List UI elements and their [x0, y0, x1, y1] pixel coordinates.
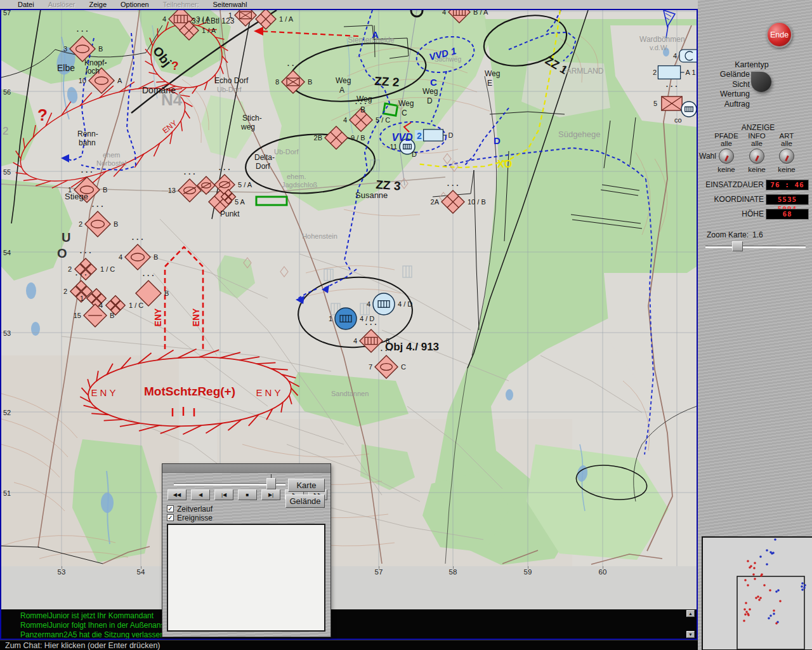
- menu-item-datei[interactable]: Datei: [11, 1, 41, 8]
- map-label: Obj 4./ 913: [385, 341, 439, 353]
- svg-text:B: B: [114, 220, 118, 228]
- info-keine-label: keine: [743, 166, 770, 173]
- svg-text:B: B: [308, 78, 312, 86]
- event-listbox[interactable]: [167, 524, 325, 632]
- rewind-fast-button[interactable]: ◀◀: [167, 489, 187, 500]
- menu-item-optionen[interactable]: Optionen: [114, 1, 156, 8]
- svg-text:5: 5: [653, 100, 657, 107]
- zeitverlauf-checkbox[interactable]: ✓: [167, 505, 174, 512]
- kartentyp-option-sicht[interactable]: Sicht: [698, 80, 750, 90]
- map-label: Weg: [357, 95, 372, 103]
- chat-scrollbar[interactable]: ▲ ▼: [686, 610, 695, 638]
- map-label: ENY: [256, 387, 284, 398]
- svg-text:· · ·: · · ·: [219, 165, 231, 174]
- step-back-button[interactable]: |◀: [214, 489, 233, 500]
- svg-text:9 / B: 9 / B: [351, 134, 365, 142]
- map-label: 52: [3, 409, 11, 416]
- gelaende-button[interactable]: Gelände: [285, 494, 325, 508]
- svg-text:4: 4: [119, 253, 122, 261]
- chat-prompt-bar[interactable]: Zum Chat: Hier klicken (oder Enter drück…: [0, 640, 698, 650]
- map-label: ?: [171, 59, 179, 72]
- map-label: Wardböhmen: [639, 35, 685, 44]
- svg-text:B / A: B / A: [473, 10, 488, 16]
- map-label: Knopf-: [84, 58, 107, 67]
- map-label: bahn: [79, 138, 96, 147]
- map-label: ehem.: [287, 173, 306, 180]
- map-label: 2: [3, 125, 8, 137]
- kartentyp-option-gelaende[interactable]: Gelände: [698, 70, 750, 80]
- svg-text:4: 4: [673, 52, 677, 60]
- menu-item-zeige[interactable]: Zeige: [82, 1, 114, 8]
- pfade-keine-label: keine: [710, 166, 742, 173]
- svg-text:2B: 2B: [314, 134, 322, 142]
- ereignisse-checkbox[interactable]: ✓: [167, 514, 174, 521]
- map-label: 53: [3, 329, 11, 337]
- svg-text:2: 2: [68, 265, 72, 273]
- map-label: Stiege: [65, 192, 88, 201]
- pfade-knob[interactable]: [719, 149, 734, 164]
- koordinate-display: 5535 5094: [766, 194, 809, 205]
- map-label: U: [62, 230, 70, 244]
- menu-item-teilnehmer[interactable]: Teilnehmer:: [156, 1, 206, 8]
- info-alle-label: alle: [743, 140, 770, 147]
- scroll-up-icon[interactable]: ▲: [686, 610, 695, 617]
- ende-button[interactable]: Ende: [766, 22, 792, 48]
- minimap-canvas[interactable]: [703, 538, 812, 649]
- einsatzdauer-display: 76 : 46: [766, 180, 809, 190]
- map-label: B: [360, 105, 365, 114]
- ereignisse-label: Ereignisse: [177, 514, 213, 522]
- chat-line: RommelJunior ist jetzt Ihr Kommandant: [20, 611, 154, 620]
- kartentyp-option-auftrag[interactable]: Auftrag: [698, 100, 750, 110]
- svg-text:B: B: [164, 289, 169, 297]
- map-label: Jagdschloß: [282, 181, 318, 189]
- svg-text:B: B: [103, 186, 107, 194]
- map-label: Delta-: [254, 153, 275, 162]
- kartentyp-pointer-knob[interactable]: [751, 72, 771, 92]
- tactical-map[interactable]: 43 / A4B / A1A1 / A1 / A3B· · ·10A· · ·8…: [1, 10, 697, 566]
- menu-item-ausloeser[interactable]: Auslöser: [41, 1, 82, 8]
- axis-label: 54: [137, 568, 145, 576]
- svg-text:4: 4: [343, 116, 347, 124]
- svg-text:2: 2: [63, 288, 67, 295]
- svg-text:1 / C: 1 / C: [129, 302, 143, 309]
- map-axis-band: 535457585960: [1, 566, 697, 609]
- art-knob[interactable]: [779, 149, 794, 164]
- kartentyp-option-wertung[interactable]: Wertung: [698, 90, 750, 100]
- zeitverlauf-label: Zeitverlauf: [177, 505, 213, 514]
- chat-log[interactable]: RommelJunior ist jetzt Ihr Kommandant Ro…: [1, 609, 697, 639]
- svg-text:2: 2: [79, 220, 82, 228]
- svg-text:B: B: [110, 312, 114, 319]
- svg-text:· · ·: · · ·: [666, 82, 678, 91]
- map-label: Susanne: [355, 190, 388, 200]
- karte-button[interactable]: Karte: [288, 479, 325, 492]
- step-forward-button[interactable]: ▶|: [261, 489, 280, 500]
- svg-text:10: 10: [79, 77, 86, 84]
- info-knob[interactable]: [749, 149, 764, 164]
- pfade-label: PFADE: [710, 132, 742, 140]
- play-back-button[interactable]: ◀: [191, 489, 210, 500]
- svg-text:2A: 2A: [431, 198, 440, 206]
- zoom-track: [705, 246, 806, 248]
- stop-button[interactable]: ■: [238, 489, 257, 500]
- svg-text:B: B: [154, 253, 158, 261]
- menu-item-seitenwahl[interactable]: Seitenwahl: [206, 1, 254, 8]
- panel-title-strip[interactable]: [162, 464, 331, 473]
- svg-text:5 A: 5 A: [235, 198, 246, 206]
- minimap[interactable]: [702, 536, 812, 650]
- map-unit[interactable]: [681, 102, 697, 117]
- map-label: 3./ LLBtl 123: [192, 17, 235, 25]
- zoom-thumb[interactable]: [732, 241, 743, 251]
- svg-text:4: 4: [353, 337, 357, 345]
- map-label: C: [430, 77, 437, 88]
- map-label: Renn-: [77, 129, 98, 138]
- map-label: loch: [86, 67, 100, 76]
- timeline-slider[interactable]: [174, 478, 287, 489]
- scroll-down-icon[interactable]: ▼: [686, 631, 695, 638]
- timeline-thumb[interactable]: [266, 478, 276, 489]
- svg-text:· · ·: · · ·: [80, 248, 92, 257]
- svg-text:8: 8: [275, 78, 279, 86]
- svg-text:· · ·: · · ·: [184, 169, 196, 178]
- art-alle-label: alle: [773, 140, 801, 147]
- ereignisse-row: ✓ Ereignisse: [167, 514, 213, 522]
- zoom-slider[interactable]: [705, 241, 806, 251]
